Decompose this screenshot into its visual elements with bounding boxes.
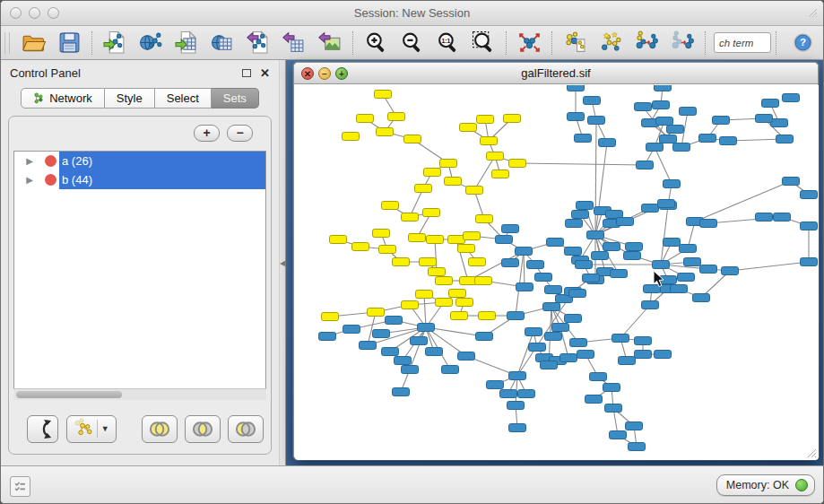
graph-node[interactable] — [343, 326, 360, 334]
graph-node[interactable] — [783, 94, 800, 102]
graph-node[interactable] — [507, 312, 525, 320]
graph-node[interactable] — [547, 239, 564, 247]
graph-node[interactable] — [658, 200, 675, 208]
graph-node[interactable] — [543, 303, 560, 311]
export-table-button[interactable] — [276, 29, 312, 57]
expand-arrow-icon[interactable]: ▶ — [22, 156, 38, 166]
scrollbar-thumb[interactable] — [16, 391, 122, 398]
graph-node[interactable] — [496, 236, 513, 244]
frame-maximize-button[interactable]: + — [335, 67, 348, 80]
graph-node[interactable] — [411, 337, 428, 345]
graph-node[interactable] — [319, 333, 336, 341]
graph-node[interactable] — [583, 274, 600, 282]
graph-node[interactable] — [776, 135, 794, 143]
graph-node[interactable] — [440, 160, 457, 168]
apply-preferred-layout-button[interactable] — [511, 29, 547, 57]
graph-node[interactable] — [605, 404, 622, 413]
graph-node[interactable] — [402, 213, 419, 222]
select-first-neighbors-button[interactable] — [593, 29, 629, 57]
graph-node[interactable] — [402, 366, 419, 374]
graph-node[interactable] — [368, 308, 385, 317]
graph-node[interactable] — [570, 339, 587, 347]
graph-node[interactable] — [655, 351, 672, 359]
graph-node[interactable] — [423, 209, 440, 217]
network-graph[interactable] — [295, 85, 819, 460]
graph-node[interactable] — [575, 135, 592, 143]
graph-node[interactable] — [722, 267, 739, 275]
graph-node[interactable] — [426, 348, 443, 356]
remove-set-button[interactable]: − — [227, 125, 253, 142]
new-network-from-selection-button[interactable] — [557, 29, 593, 57]
graph-node[interactable] — [436, 277, 453, 285]
graph-node[interactable] — [507, 402, 525, 410]
graph-node[interactable] — [660, 135, 677, 143]
export-image-button[interactable] — [312, 29, 348, 57]
save-session-button[interactable] — [51, 29, 87, 57]
graph-node[interactable] — [693, 294, 710, 302]
graph-node[interactable] — [516, 283, 533, 291]
horizontal-scrollbar[interactable] — [13, 388, 266, 400]
graph-node[interactable] — [393, 388, 410, 396]
tab-select[interactable]: Select — [155, 88, 212, 109]
help-button[interactable]: ? — [790, 30, 815, 56]
graph-node[interactable] — [541, 361, 558, 369]
close-window-button[interactable] — [10, 7, 22, 19]
graph-node[interactable] — [504, 115, 521, 123]
expand-arrow-icon[interactable]: ▶ — [22, 175, 38, 185]
close-panel-icon[interactable]: ✕ — [260, 66, 270, 80]
graph-node[interactable] — [458, 245, 475, 253]
graph-node[interactable] — [635, 337, 652, 345]
union-button[interactable] — [142, 415, 178, 443]
graph-node[interactable] — [713, 117, 730, 125]
graph-node[interactable] — [529, 343, 546, 352]
graph-node[interactable] — [664, 239, 681, 247]
graph-node[interactable] — [568, 85, 585, 91]
graph-node[interactable] — [700, 265, 717, 274]
tab-network[interactable]: Network — [21, 88, 105, 109]
graph-node[interactable] — [617, 218, 634, 226]
graph-node[interactable] — [642, 301, 659, 309]
graph-node[interactable] — [756, 115, 773, 123]
network-canvas[interactable] — [295, 85, 819, 460]
graph-node[interactable] — [388, 113, 405, 121]
task-history-button[interactable] — [10, 476, 30, 497]
chevron-down-icon[interactable]: ▼ — [101, 424, 111, 433]
graph-node[interactable] — [375, 91, 392, 99]
graph-node[interactable] — [699, 135, 716, 143]
graph-node[interactable] — [771, 119, 788, 127]
graph-node[interactable] — [393, 258, 410, 266]
graph-node[interactable] — [352, 243, 369, 251]
graph-node[interactable] — [577, 202, 594, 210]
graph-node[interactable] — [487, 152, 504, 161]
graph-node[interactable] — [476, 215, 493, 223]
graph-node[interactable] — [545, 286, 562, 294]
graph-node[interactable] — [464, 232, 481, 240]
graph-node[interactable] — [667, 126, 684, 134]
graph-node[interactable] — [475, 277, 492, 285]
graph-node[interactable] — [479, 312, 496, 320]
graph-node[interactable] — [801, 222, 818, 230]
graph-node[interactable] — [603, 243, 620, 251]
graph-node[interactable] — [502, 259, 519, 267]
graph-node[interactable] — [448, 236, 465, 244]
graph-node[interactable] — [492, 170, 509, 178]
intersection-button[interactable] — [185, 415, 221, 443]
graph-node[interactable] — [599, 139, 616, 147]
memory-status-button[interactable]: Memory: OK — [716, 474, 815, 496]
graph-node[interactable] — [449, 290, 466, 298]
graph-node[interactable] — [801, 191, 818, 199]
graph-node[interactable] — [535, 274, 552, 282]
graph-node[interactable] — [635, 103, 652, 111]
graph-node[interactable] — [568, 113, 585, 121]
graph-node[interactable] — [382, 202, 399, 210]
create-set-button[interactable]: ▼ — [66, 415, 117, 443]
graph-node[interactable] — [592, 252, 609, 260]
graph-node[interactable] — [680, 245, 697, 253]
graph-node[interactable] — [700, 220, 717, 228]
graph-node[interactable] — [774, 213, 791, 222]
import-network-url-button[interactable] — [133, 29, 169, 57]
panel-splitter[interactable]: ◀ — [279, 60, 286, 465]
graph-node[interactable] — [756, 213, 773, 222]
graph-node[interactable] — [671, 285, 688, 293]
graph-node[interactable] — [500, 390, 517, 398]
